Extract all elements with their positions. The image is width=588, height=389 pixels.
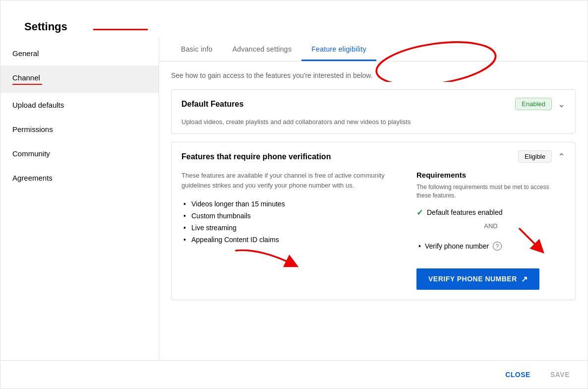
sidebar-item-general[interactable]: General bbox=[0, 41, 159, 65]
content-area: See how to gain access to the features y… bbox=[159, 62, 588, 360]
requirements-description: The following requirements must be met t… bbox=[416, 183, 565, 200]
arrow-annotation bbox=[231, 246, 330, 275]
list-item: Videos longer than 15 minutes bbox=[181, 198, 405, 210]
external-link-icon: ↗ bbox=[521, 274, 528, 284]
default-features-header-right: Enabled ⌄ bbox=[515, 98, 565, 110]
phone-description: These features are available if your cha… bbox=[181, 171, 405, 190]
sidebar-item-channel[interactable]: Channel bbox=[0, 65, 159, 93]
tab-feature-eligibility[interactable]: Feature eligibility bbox=[301, 37, 376, 61]
page-title: Settings bbox=[12, 10, 79, 37]
tabs-bar: Basic info Advanced settings Feature eli… bbox=[159, 37, 588, 62]
features-list: Videos longer than 15 minutes Custom thu… bbox=[181, 198, 405, 246]
enabled-badge: Enabled bbox=[515, 98, 552, 110]
close-button[interactable]: CLOSE bbox=[499, 367, 536, 383]
sidebar: General Channel Upload defaults Permissi… bbox=[0, 37, 159, 360]
req-phone-text: Verify phone number bbox=[425, 242, 489, 250]
verify-phone-button[interactable]: VERIFY PHONE NUMBER ↗ bbox=[416, 268, 539, 290]
requirements-panel: Requirements The following requirements … bbox=[416, 171, 565, 290]
sidebar-item-permissions[interactable]: Permissions bbox=[0, 117, 159, 141]
tab-basic-info[interactable]: Basic info bbox=[171, 37, 223, 61]
content-description: See how to gain access to the features y… bbox=[171, 71, 576, 79]
tab-advanced-settings[interactable]: Advanced settings bbox=[223, 37, 302, 61]
sidebar-item-agreements[interactable]: Agreements bbox=[0, 166, 159, 190]
sidebar-item-upload-defaults[interactable]: Upload defaults bbox=[0, 93, 159, 117]
save-button[interactable]: SAVE bbox=[544, 367, 576, 383]
default-features-title: Default Features bbox=[181, 100, 243, 109]
dialog-body: General Channel Upload defaults Permissi… bbox=[0, 37, 588, 360]
tabs-wrapper: Basic info Advanced settings Feature eli… bbox=[159, 37, 588, 62]
req-verify-phone: Verify phone number ? bbox=[416, 234, 565, 259]
phone-card-header: Features that require phone verification… bbox=[172, 142, 575, 171]
settings-dialog: Settings General Channel Upload defaults… bbox=[0, 0, 588, 389]
phone-card-left: These features are available if your cha… bbox=[181, 171, 405, 290]
eligible-badge: Eligible bbox=[518, 150, 552, 163]
phone-card-body: These features are available if your cha… bbox=[172, 171, 575, 300]
default-features-header: Default Features Enabled ⌄ bbox=[172, 90, 575, 118]
default-features-subtitle: Upload videos, create playlists and add … bbox=[172, 118, 575, 133]
down-arrow-annotation bbox=[510, 229, 549, 259]
dialog-footer: CLOSE SAVE bbox=[0, 360, 588, 389]
arrow-area bbox=[181, 246, 405, 275]
phone-card-header-right: Eligible ⌃ bbox=[518, 150, 565, 163]
main-content: Basic info Advanced settings Feature eli… bbox=[159, 37, 588, 360]
channel-underline bbox=[12, 84, 42, 85]
list-item: Custom thumbnails bbox=[181, 210, 405, 222]
expand-chevron-icon[interactable]: ⌄ bbox=[558, 99, 565, 110]
list-item: Appealing Content ID claims bbox=[181, 234, 405, 246]
verify-btn-label: VERIFY PHONE NUMBER bbox=[428, 275, 517, 283]
check-icon: ✓ bbox=[416, 208, 423, 217]
requirements-title: Requirements bbox=[416, 171, 565, 179]
settings-title-area: Settings bbox=[0, 0, 588, 37]
phone-card-title: Features that require phone verification bbox=[181, 152, 331, 161]
req-item-text: Default features enabled bbox=[427, 208, 503, 216]
info-icon[interactable]: ? bbox=[493, 242, 502, 251]
sidebar-item-community[interactable]: Community bbox=[0, 141, 159, 166]
default-features-card: Default Features Enabled ⌄ Upload videos… bbox=[171, 89, 576, 134]
title-underline bbox=[93, 29, 148, 30]
collapse-chevron-icon[interactable]: ⌃ bbox=[558, 151, 565, 162]
req-default-features: ✓ Default features enabled bbox=[416, 208, 565, 217]
phone-verification-card: Features that require phone verification… bbox=[171, 142, 576, 300]
list-item: Live streaming bbox=[181, 222, 405, 234]
